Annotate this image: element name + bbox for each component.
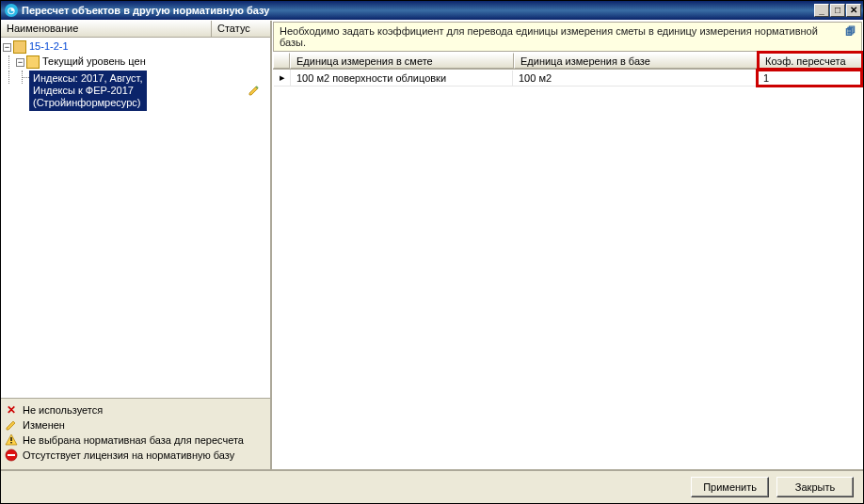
grid-col-coef[interactable]: Коэф. пересчета — [759, 53, 862, 69]
info-icon[interactable]: 🗐 — [845, 25, 856, 37]
footer: Применить Закрыть — [1, 469, 863, 503]
right-pane: Необходимо задать коэффициент для перево… — [272, 21, 863, 469]
tree-label-level: Текущий уровень цен — [42, 55, 146, 67]
apply-button[interactable]: Применить — [691, 477, 769, 497]
legend-no-license-label: Отсутствует лицензия на нормативную базу — [23, 449, 234, 461]
svg-rect-0 — [10, 437, 11, 441]
minimize-button[interactable]: _ — [814, 4, 829, 17]
legend-no-license: Отсутствует лицензия на нормативную базу — [5, 449, 266, 462]
expand-icon[interactable]: − — [3, 43, 11, 52]
grid-header: Единица измерения в смете Единица измере… — [273, 53, 862, 70]
folder-icon — [26, 55, 40, 69]
legend-changed-label: Изменен — [23, 419, 65, 431]
pencil-icon — [248, 84, 261, 97]
app-icon: ◔ — [5, 4, 18, 17]
legend-no-base-label: Не выбрана нормативная база для пересчет… — [23, 434, 244, 446]
tree-header: Наименование Статус — [1, 21, 270, 38]
legend-unused-label: Не используется — [23, 404, 103, 416]
legend-unused: ✕ Не используется — [5, 403, 266, 417]
svg-rect-3 — [8, 454, 15, 456]
legend-no-base: Не выбрана нормативная база для пересчет… — [5, 433, 266, 447]
tree-selected-label: Индексы: 2017, Август, Индексы к ФЕР-201… — [29, 71, 147, 111]
grid-col-unit-estimate[interactable]: Единица измерения в смете — [290, 53, 514, 69]
close-window-button[interactable]: ✕ — [846, 4, 861, 17]
cell-unit-base[interactable]: 100 м2 — [513, 71, 758, 86]
tree-row-level[interactable]: − Текущий уровень цен — [3, 55, 270, 70]
info-text: Необходимо задать коэффициент для перево… — [280, 25, 840, 48]
title-bar: ◔ Пересчет объектов в другую нормативную… — [1, 1, 863, 20]
x-icon: ✕ — [5, 403, 18, 417]
main-content: Наименование Статус − 15-1-2-1 − Текущий… — [1, 20, 863, 469]
row-marker-icon: ▸ — [274, 70, 291, 86]
home-icon — [13, 40, 26, 54]
grid-col-unit-base[interactable]: Единица измерения в базе — [514, 53, 759, 69]
cell-coef[interactable]: 1 — [758, 71, 861, 86]
maximize-button[interactable]: □ — [830, 4, 845, 17]
tree-col-status[interactable]: Статус — [212, 21, 270, 37]
grid-row[interactable]: ▸ 100 м2 поверхности облицовки 100 м2 1 — [274, 70, 861, 87]
window-title: Пересчет объектов в другую нормативную б… — [22, 5, 814, 16]
stop-icon — [5, 449, 18, 462]
legend: ✕ Не используется Изменен Не выбрана нор… — [1, 398, 270, 469]
legend-changed: Изменен — [5, 418, 266, 432]
tree-col-name[interactable]: Наименование — [1, 21, 212, 37]
pencil-icon — [5, 418, 18, 432]
info-bar: Необходимо задать коэффициент для перево… — [273, 22, 862, 52]
expand-icon[interactable]: − — [16, 58, 24, 67]
svg-rect-1 — [10, 442, 11, 443]
tree-body[interactable]: − 15-1-2-1 − Текущий уровень цен Индексы… — [1, 38, 270, 398]
left-pane: Наименование Статус − 15-1-2-1 − Текущий… — [1, 21, 272, 469]
grid-col-marker — [273, 53, 290, 69]
close-button[interactable]: Закрыть — [776, 477, 854, 497]
warning-icon — [5, 433, 18, 447]
tree-row-root[interactable]: − 15-1-2-1 — [3, 39, 270, 55]
tree-row-selected[interactable]: Индексы: 2017, Август, Индексы к ФЕР-201… — [3, 70, 270, 112]
window-buttons: _ □ ✕ — [814, 4, 861, 17]
grid-body[interactable]: ▸ 100 м2 поверхности облицовки 100 м2 1 — [273, 70, 862, 469]
tree-label-root: 15-1-2-1 — [29, 40, 69, 52]
cell-unit-estimate[interactable]: 100 м2 поверхности облицовки — [291, 71, 513, 86]
